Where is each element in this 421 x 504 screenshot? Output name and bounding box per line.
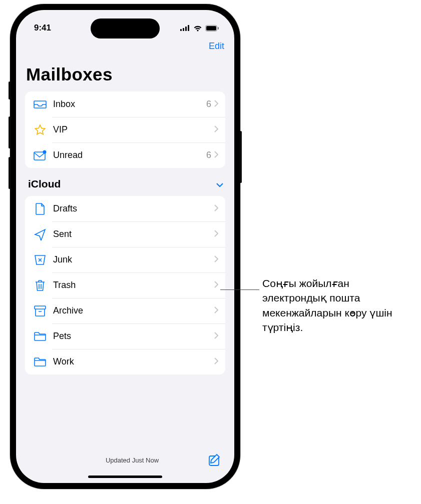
mailbox-label: Work [53, 356, 214, 367]
svg-rect-3 [188, 25, 189, 31]
mailbox-label: Trash [53, 280, 214, 290]
status-icons [180, 25, 219, 32]
mailbox-group-main: Inbox 6 VIP [25, 92, 225, 168]
svg-rect-6 [218, 27, 219, 30]
toolbar-status: Updated Just Now [43, 456, 207, 464]
unread-icon [33, 148, 47, 162]
compose-button[interactable] [207, 454, 221, 466]
chevron-right-icon [214, 230, 218, 239]
phone-volume-up-button [9, 116, 11, 148]
svg-rect-5 [206, 26, 216, 30]
chevron-right-icon [214, 151, 218, 160]
sent-icon [33, 228, 47, 242]
inbox-icon [33, 98, 47, 112]
chevron-down-icon [216, 178, 223, 190]
mailbox-row-sent[interactable]: Sent [25, 222, 225, 247]
chevron-right-icon [214, 100, 218, 109]
phone-power-button [240, 131, 242, 183]
page-title: Mailboxes [16, 52, 234, 88]
phone-frame: 9:41 Edit Mailboxes [10, 4, 240, 489]
chevron-right-icon [214, 126, 218, 134]
mailbox-label: Unread [53, 150, 206, 160]
battery-icon [205, 25, 219, 32]
svg-rect-2 [185, 26, 187, 31]
mailbox-row-junk[interactable]: Junk [25, 247, 225, 272]
chevron-right-icon [214, 306, 218, 316]
callout-leader-line [220, 290, 259, 290]
wifi-icon [193, 25, 202, 32]
mailbox-row-drafts[interactable]: Drafts [25, 196, 225, 222]
mailbox-row-pets[interactable]: Pets [25, 324, 225, 349]
svg-rect-9 [35, 306, 46, 309]
mailbox-count: 6 [206, 150, 211, 160]
edit-button[interactable]: Edit [209, 41, 224, 52]
mailbox-row-inbox[interactable]: Inbox 6 [25, 92, 225, 117]
mailbox-label: Sent [53, 229, 214, 240]
callout-text: Соңғы жойылған электрондық пошта мекенжа… [262, 276, 412, 335]
mailbox-label: Archive [53, 306, 214, 316]
section-label: iCloud [28, 178, 216, 190]
nav-bar: Edit [16, 38, 234, 52]
mailbox-row-archive[interactable]: Archive [25, 298, 225, 324]
mailbox-label: Inbox [53, 99, 206, 110]
star-icon [33, 123, 47, 137]
mailbox-label: Junk [53, 254, 214, 265]
phone-side-button [9, 82, 11, 100]
mailbox-count: 6 [206, 99, 211, 110]
mailbox-row-work[interactable]: Work [25, 349, 225, 374]
svg-rect-0 [180, 29, 182, 31]
junk-icon [33, 253, 47, 267]
phone-volume-down-button [9, 157, 11, 189]
svg-rect-1 [183, 28, 184, 31]
mailbox-row-vip[interactable]: VIP [25, 117, 225, 142]
archive-icon [33, 304, 47, 318]
screen: 9:41 Edit Mailboxes [16, 10, 234, 483]
home-indicator [88, 476, 162, 478]
mailbox-label: Drafts [53, 204, 214, 214]
trash-icon [33, 278, 47, 292]
toolbar: Updated Just Now [16, 444, 234, 472]
chevron-right-icon [214, 204, 218, 214]
chevron-right-icon [214, 256, 218, 264]
status-time: 9:41 [34, 23, 64, 33]
mailbox-label: Pets [53, 331, 214, 342]
dynamic-island [91, 18, 160, 38]
cellular-icon [180, 25, 190, 31]
chevron-right-icon [214, 281, 218, 290]
mailbox-row-trash[interactable]: Trash [25, 272, 225, 298]
svg-point-8 [43, 150, 47, 154]
mailbox-row-unread[interactable]: Unread 6 [25, 142, 225, 168]
chevron-right-icon [214, 332, 218, 341]
mailbox-group-icloud: Drafts Sent [25, 196, 225, 374]
drafts-icon [33, 202, 47, 216]
folder-icon [33, 355, 47, 369]
section-header-icloud[interactable]: iCloud [16, 168, 234, 192]
chevron-right-icon [214, 358, 218, 366]
mailbox-label: VIP [53, 124, 211, 135]
folder-icon [33, 330, 47, 344]
